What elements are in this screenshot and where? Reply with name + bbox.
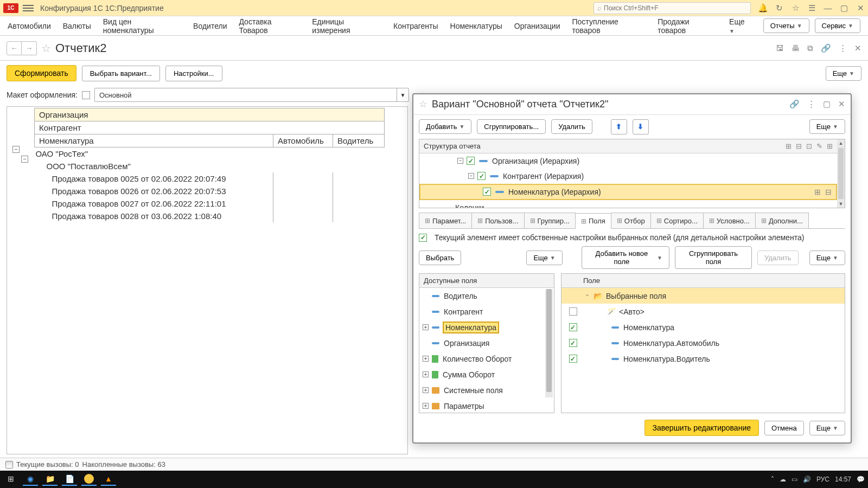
selected-root[interactable]: − 📂 Выбранные поля	[561, 288, 845, 304]
collapse-icon[interactable]: −	[468, 173, 474, 179]
tab-cond[interactable]: ⊞Условно...	[703, 213, 756, 228]
tab-filter[interactable]: ⊞Отбор	[611, 213, 651, 228]
start-button[interactable]: ⊞	[3, 473, 18, 486]
row-tool-icon[interactable]: ⊞	[814, 188, 821, 196]
volume-icon[interactable]: 🔊	[803, 476, 811, 483]
tree-row-counter[interactable]: − ✓ Контрагент (Иерархия)	[419, 169, 837, 184]
move-down-button[interactable]: ⬇	[633, 119, 649, 134]
tree-row-nomen[interactable]: ✓ Номенклатура (Иерархия) ⊞ ⊟	[419, 184, 837, 200]
tab-group[interactable]: ⊞Группир...	[524, 213, 576, 228]
maximize-icon[interactable]: ▢	[823, 99, 831, 109]
more-button[interactable]: Еще▼	[526, 251, 562, 265]
choose-variant-button[interactable]: Выбрать вариант...	[82, 66, 160, 81]
chevron-down-icon[interactable]: ▼	[397, 88, 409, 101]
checkbox-checked[interactable]: ✓	[467, 157, 475, 165]
available-field-row[interactable]: +Номенклатура	[419, 319, 554, 335]
close-icon[interactable]: ✕	[838, 99, 845, 109]
checkbox-checked[interactable]: ✓	[483, 188, 491, 196]
tab-extra[interactable]: ⊞Дополни...	[755, 213, 809, 228]
expand-icon[interactable]: +	[423, 324, 429, 330]
cloud-icon[interactable]: ☁	[780, 476, 786, 483]
maximize-icon[interactable]: ▢	[840, 4, 848, 12]
more-button[interactable]: Еще▼	[809, 251, 845, 265]
move-up-button[interactable]: ⬆	[611, 119, 627, 134]
group-fields-button[interactable]: Сгруппировать поля	[675, 246, 752, 269]
close-icon[interactable]: ✕	[856, 4, 865, 12]
battery-icon[interactable]: ▭	[792, 476, 797, 483]
link-icon[interactable]: 🔗	[789, 99, 800, 109]
menu-item[interactable]: Организации	[514, 22, 560, 30]
expand-icon[interactable]: +	[423, 387, 429, 393]
menu-item[interactable]: Автомобили	[8, 22, 51, 30]
more-button[interactable]: Еще▼	[809, 119, 845, 134]
tab-params[interactable]: ⊞Парамет...	[419, 213, 472, 228]
nav-forward-button[interactable]: →	[22, 41, 37, 55]
menu-item[interactable]: Продажи товаров	[658, 17, 717, 35]
tree-row-org[interactable]: − ✓ Организация (Иерархия)	[419, 153, 837, 169]
group-button[interactable]: Сгруппировать...	[477, 119, 546, 134]
notifications-icon[interactable]: 💬	[857, 476, 865, 483]
tray-chevron-icon[interactable]: ˄	[771, 476, 774, 483]
star-icon[interactable]: ☆	[791, 4, 800, 12]
menu-item[interactable]: Номенклатуры	[450, 22, 502, 30]
add-button[interactable]: Добавить▼	[419, 119, 471, 134]
menu-item[interactable]: Валюты	[63, 22, 91, 30]
more-button[interactable]: Еще▼	[809, 421, 845, 435]
favorite-icon[interactable]: ☆	[41, 42, 51, 55]
explorer-icon[interactable]: 📁	[42, 473, 58, 486]
selected-field-row[interactable]: 🪄<Авто>	[561, 304, 845, 319]
struct-icon[interactable]: ⊞	[827, 142, 833, 150]
menu-item[interactable]: Поступление товаров	[572, 17, 646, 35]
available-field-row[interactable]: Контрагент	[419, 304, 554, 319]
tab-sort[interactable]: ⊞Сортиро...	[650, 213, 704, 228]
settings-button[interactable]: Настройки...	[165, 66, 222, 81]
tree-collapse-icon[interactable]: −	[21, 156, 28, 163]
vlc-icon[interactable]: ▲	[101, 473, 116, 486]
tab-user[interactable]: ⊞Пользов...	[471, 213, 524, 228]
kebab-icon[interactable]: ⋮	[839, 43, 847, 53]
selected-field-row[interactable]: ✓Номенклатура.Автомобиль	[561, 335, 845, 351]
menu-more[interactable]: Еще ▼	[729, 17, 751, 35]
menu-item[interactable]: Доставка Товаров	[239, 17, 300, 35]
close-tab-icon[interactable]: ✕	[854, 43, 861, 53]
search-input[interactable]	[604, 4, 747, 12]
available-field-row[interactable]: +Сумма Оборот	[419, 367, 554, 382]
lang-indicator[interactable]: РУС	[816, 476, 829, 483]
filter-icon[interactable]: ☰	[807, 4, 816, 12]
cancel-button[interactable]: Отмена	[764, 421, 804, 435]
tab-fields[interactable]: ⊞Поля	[575, 213, 611, 229]
checkbox-checked[interactable]: ✓	[569, 355, 577, 363]
hamburger-icon[interactable]	[23, 5, 34, 11]
struct-icon[interactable]: ✎	[816, 142, 822, 150]
kebab-icon[interactable]: ⋮	[807, 99, 815, 109]
global-search[interactable]: ⌕	[593, 2, 751, 14]
reports-button[interactable]: Отчеты▼	[763, 18, 809, 33]
menu-item[interactable]: Вид цен номенклатуры	[103, 17, 181, 35]
service-button[interactable]: Сервис▼	[815, 18, 860, 33]
save-icon[interactable]: 🖫	[776, 43, 784, 53]
struct-icon[interactable]: ⊞	[786, 142, 792, 150]
struct-icon[interactable]: ⊟	[796, 142, 802, 150]
menu-item[interactable]: Единицы измерения	[312, 17, 381, 35]
finish-button[interactable]: Завершить редактирование	[644, 420, 759, 436]
favorite-icon[interactable]: ☆	[419, 98, 427, 110]
available-field-row[interactable]: +Параметры	[419, 398, 554, 413]
checkbox-unchecked[interactable]	[569, 307, 577, 316]
tree-collapse-icon[interactable]: −	[12, 146, 20, 153]
delete-button[interactable]: Удалить	[551, 119, 592, 134]
minimize-icon[interactable]: —	[824, 4, 832, 12]
form-button[interactable]: Сформировать	[7, 65, 76, 81]
nav-back-button[interactable]: ←	[7, 41, 22, 55]
selected-field-row[interactable]: ✓Номенклатура	[561, 319, 845, 335]
expand-icon[interactable]: +	[423, 356, 429, 362]
available-field-row[interactable]: +Системные поля	[419, 382, 554, 398]
expand-icon[interactable]: +	[423, 403, 429, 409]
selected-field-row[interactable]: ✓Номенклатура.Водитель	[561, 351, 845, 367]
scrollbar[interactable]	[545, 289, 553, 397]
clock[interactable]: 14:57	[835, 476, 851, 483]
chrome-icon[interactable]: ◉	[23, 473, 38, 486]
app-1c-icon[interactable]	[81, 473, 97, 486]
status-icon[interactable]	[5, 461, 13, 468]
struct-icon[interactable]: ⊡	[806, 142, 812, 150]
checkbox-checked[interactable]: ✓	[419, 234, 427, 242]
